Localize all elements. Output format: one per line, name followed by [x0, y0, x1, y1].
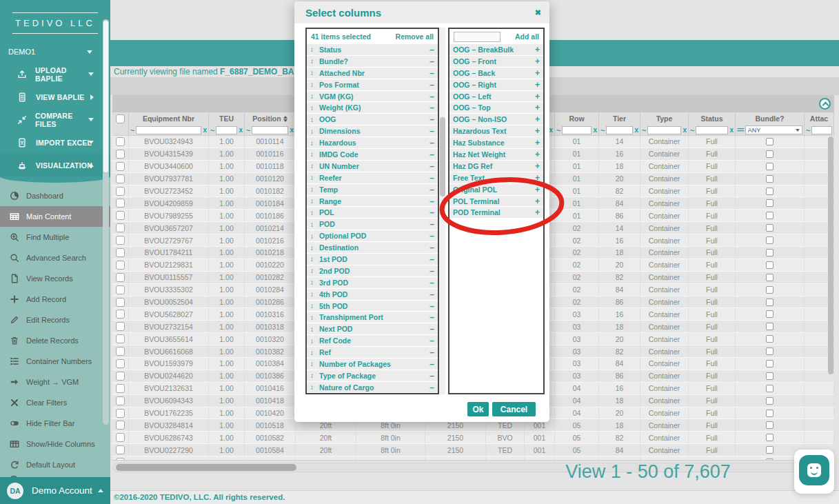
row-checkbox[interactable]	[116, 187, 125, 196]
column-header-status[interactable]: Status	[689, 112, 736, 125]
filter-input-row[interactable]	[562, 126, 592, 134]
selected-column-item[interactable]: ↕Next POD–	[307, 323, 438, 334]
sidebar-item-view-baplie[interactable]: VIEW BAPLIE	[0, 85, 110, 108]
cancel-button[interactable]: Cancel	[492, 402, 536, 416]
bundle-checkbox[interactable]	[766, 138, 774, 145]
filter-eq-button[interactable]: ==	[737, 126, 744, 134]
filter-clear-button[interactable]: x	[634, 126, 638, 134]
selected-column-item[interactable]: ↕VGM (KG)–	[307, 91, 438, 102]
row-checkbox[interactable]	[116, 421, 125, 430]
bundle-checkbox[interactable]	[766, 434, 774, 441]
column-header-position[interactable]: Position	[245, 112, 296, 125]
row-checkbox[interactable]	[116, 310, 125, 319]
sidebar-item-import-excel[interactable]: IMPORT EXCEL	[0, 131, 110, 154]
selected-column-item[interactable]: ↕Nature of Cargo–	[307, 382, 438, 392]
bundle-checkbox[interactable]	[766, 372, 774, 380]
sidebar-item-compare-files[interactable]: COMPARE FILES	[0, 108, 110, 131]
column-header-cb[interactable]	[112, 112, 129, 125]
add-column-icon[interactable]: +	[535, 45, 540, 54]
sidebar-item-default-layout[interactable]: Default Layout	[0, 454, 110, 475]
drag-handle-icon[interactable]: ↕	[310, 383, 319, 391]
remove-column-icon[interactable]: –	[429, 138, 434, 148]
filter-clear-button[interactable]: x	[549, 126, 553, 134]
drag-handle-icon[interactable]: ↕	[310, 197, 319, 205]
selected-column-item[interactable]: ↕UN Number–	[307, 161, 438, 172]
drag-handle-icon[interactable]: ↕	[310, 349, 319, 356]
column-header-equipment[interactable]: Equipment Nbr	[129, 112, 209, 125]
row-checkbox[interactable]	[116, 372, 125, 381]
remove-column-icon[interactable]: –	[429, 150, 434, 159]
drag-handle-icon[interactable]: ↕	[310, 209, 319, 216]
bundle-checkbox[interactable]	[766, 224, 774, 232]
row-checkbox[interactable]	[116, 445, 125, 454]
filter-input-equipment[interactable]	[136, 126, 201, 134]
filter-op-button[interactable]: ~	[690, 126, 694, 134]
filter-op-button[interactable]: ~	[130, 126, 134, 134]
drag-handle-icon[interactable]: ↕	[310, 372, 319, 379]
row-checkbox[interactable]	[116, 298, 125, 307]
row-checkbox[interactable]	[116, 261, 125, 270]
column-header-row[interactable]: Row	[555, 112, 599, 125]
bundle-checkbox[interactable]	[766, 335, 774, 343]
drag-handle-icon[interactable]: ↕	[310, 162, 319, 170]
bundle-filter-select[interactable]: ANY	[745, 125, 802, 134]
filter-clear-button[interactable]: x	[683, 126, 687, 134]
column-header-bundle[interactable]: Bundle?	[736, 112, 805, 125]
remove-column-icon[interactable]: –	[429, 219, 434, 229]
selected-column-item[interactable]: ↕4th POD–	[307, 289, 438, 300]
remove-column-icon[interactable]: –	[429, 80, 434, 90]
remove-column-icon[interactable]: –	[429, 312, 434, 322]
bundle-checkbox[interactable]	[766, 286, 774, 294]
selected-column-item[interactable]: ↕Number of Packages–	[307, 359, 438, 370]
selected-column-item[interactable]: ↕3rd POD–	[307, 277, 438, 288]
filter-op-button[interactable]: ~	[806, 126, 810, 134]
remove-column-icon[interactable]: –	[429, 185, 434, 194]
ok-button[interactable]: Ok	[467, 402, 489, 416]
account-selector[interactable]: DEMO1	[0, 41, 110, 63]
row-checkbox[interactable]	[116, 347, 125, 356]
add-column-icon[interactable]: +	[535, 114, 540, 124]
sort-icon[interactable]	[283, 116, 287, 122]
table-row[interactable]: BVOU02272901.00001058420ft8ft 0in2150TED…	[112, 444, 834, 456]
bundle-checkbox[interactable]	[766, 212, 774, 219]
sidebar-item-main-content[interactable]: Main Content	[0, 206, 110, 227]
drag-handle-icon[interactable]: ↕	[310, 244, 319, 252]
bundle-checkbox[interactable]	[766, 385, 774, 392]
sidebar-item-weight-vgm[interactable]: Weight → VGM	[0, 372, 110, 392]
sidebar-item-show-hide-columns[interactable]: Show/Hide Columns	[0, 434, 110, 454]
remove-column-icon[interactable]: –	[429, 208, 434, 217]
drag-handle-icon[interactable]: ↕	[310, 139, 319, 147]
add-column-icon[interactable]: +	[535, 68, 540, 78]
sidebar-scrollbar-thumb[interactable]	[103, 21, 108, 172]
remove-column-icon[interactable]: –	[429, 324, 434, 334]
available-column-item[interactable]: POD Terminal+	[449, 207, 543, 218]
row-checkbox[interactable]	[116, 137, 125, 146]
remove-column-icon[interactable]: –	[429, 359, 434, 369]
selected-column-item[interactable]: ↕POD–	[307, 219, 438, 230]
drag-handle-icon[interactable]: ↕	[310, 128, 319, 135]
row-checkbox[interactable]	[116, 150, 125, 159]
bundle-checkbox[interactable]	[766, 421, 774, 429]
bundle-checkbox[interactable]	[766, 163, 774, 170]
add-all-button[interactable]: Add all	[515, 32, 539, 41]
drag-handle-icon[interactable]: ↕	[310, 314, 319, 321]
grid-vertical-scrollbar-thumb[interactable]	[828, 137, 833, 374]
sidebar-scrollbar[interactable]	[103, 19, 109, 425]
filter-clear-button[interactable]: x	[290, 126, 294, 134]
remove-column-icon[interactable]: –	[429, 290, 434, 299]
row-checkbox[interactable]	[116, 384, 125, 393]
drag-handle-icon[interactable]: ↕	[310, 81, 319, 88]
drag-handle-icon[interactable]: ↕	[310, 255, 319, 263]
sidebar-item-hide-filter-bar[interactable]: Hide Filter Bar	[0, 413, 110, 434]
drag-handle-icon[interactable]: ↕	[310, 302, 319, 310]
row-checkbox[interactable]	[116, 433, 125, 442]
drag-handle-icon[interactable]: ↕	[310, 69, 319, 77]
remove-column-icon[interactable]: –	[429, 243, 434, 252]
drag-handle-icon[interactable]: ↕	[310, 337, 319, 345]
available-column-item[interactable]: OOG – Non-ISO+	[449, 114, 543, 125]
row-checkbox[interactable]	[116, 162, 125, 171]
grid-horizontal-scrollbar-thumb[interactable]	[116, 464, 296, 471]
available-column-item[interactable]: OOG – Front+	[449, 56, 543, 67]
available-column-item[interactable]: OOG – Right+	[449, 79, 543, 90]
column-search-input[interactable]	[454, 32, 501, 42]
